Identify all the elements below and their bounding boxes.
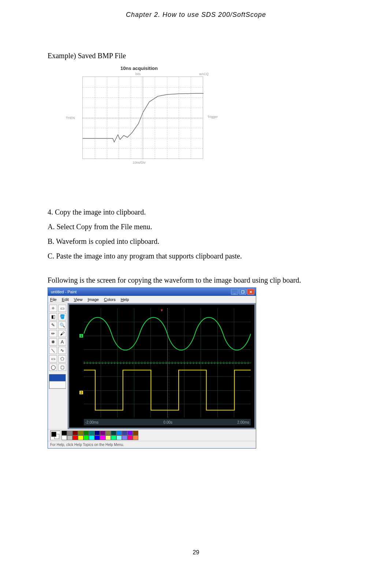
- tool-spray-icon[interactable]: ❅: [49, 338, 57, 346]
- color-swatch[interactable]: [67, 435, 72, 440]
- bmp-right-label: Trigger: [208, 115, 218, 119]
- tool-line-icon[interactable]: ＼: [49, 347, 57, 354]
- fg-bg-indicator[interactable]: [50, 431, 60, 440]
- color-swatch[interactable]: [100, 431, 105, 435]
- tool-zoom-icon[interactable]: 🔍: [58, 321, 66, 329]
- bmp-sub-left: bits: [135, 72, 141, 76]
- example-caption: Example) Saved BMP File: [48, 52, 344, 60]
- color-swatch[interactable]: [89, 435, 94, 440]
- tool-options[interactable]: [49, 374, 66, 389]
- color-swatch[interactable]: [78, 431, 83, 435]
- color-palette: [61, 431, 138, 440]
- tool-picker-icon[interactable]: ✎: [49, 321, 57, 329]
- step-b: B. Waveform is copied into clipboard.: [48, 234, 344, 249]
- bmp-left-label: THEN: [66, 116, 75, 120]
- minimize-button[interactable]: _: [231, 289, 238, 295]
- titlebar[interactable]: untitled - Paint _ ❐ ✕: [48, 288, 256, 296]
- tool-rect-icon[interactable]: ▭: [49, 355, 57, 362]
- bmp-title: 10ns acquisition: [62, 66, 216, 71]
- color-swatch[interactable]: [61, 435, 67, 440]
- tool-polygon-icon[interactable]: ⬠: [58, 355, 66, 362]
- paint-window: untitled - Paint _ ❐ ✕ File Edit View Im…: [48, 287, 256, 449]
- fg-color-icon: [51, 432, 56, 437]
- toolbox: ✧ ▭ ◧ 🪣 ✎ 🔍 ✏ 🖌 ❅ A ＼ ∿ ▭ ⬠ ◯ ▢: [48, 303, 68, 429]
- bmp-sub-right: wACQ: [199, 72, 209, 76]
- paint-body: ✧ ▭ ◧ 🪣 ✎ 🔍 ✏ 🖌 ❅ A ＼ ∿ ▭ ⬠ ◯ ▢: [48, 303, 256, 429]
- color-swatch[interactable]: [100, 435, 105, 440]
- page-number: 29: [0, 549, 392, 556]
- step-a: A. Select Copy from the File menu.: [48, 219, 344, 234]
- color-palette-row: [48, 429, 256, 441]
- follow-text: Following is the screen for copying the …: [48, 276, 344, 284]
- tool-select-icon[interactable]: ▭: [58, 305, 66, 312]
- color-swatch[interactable]: [116, 431, 122, 435]
- step-4: 4. Copy the image into clipboard.: [48, 205, 344, 219]
- bmp-bottom-label: 10ns/Div: [62, 161, 216, 164]
- ch1-marker: 1: [79, 334, 83, 338]
- time-center: 0.00s: [163, 420, 172, 424]
- canvas-area[interactable]: ▼ 1 2: [68, 303, 256, 429]
- menu-help[interactable]: Help: [121, 297, 129, 302]
- bmp-trace: [83, 77, 204, 159]
- color-swatch[interactable]: [83, 435, 89, 440]
- color-swatch[interactable]: [105, 435, 111, 440]
- menu-image[interactable]: Image: [87, 297, 99, 302]
- color-swatch[interactable]: [133, 431, 138, 435]
- bmp-figure: 10ns acquisition bits wACQ THEN Trigger …: [62, 66, 216, 172]
- close-button[interactable]: ✕: [247, 289, 254, 295]
- color-swatch[interactable]: [111, 435, 116, 440]
- ch2-marker: 2: [79, 391, 83, 394]
- tool-roundrect-icon[interactable]: ▢: [58, 364, 66, 371]
- maximize-button[interactable]: ❐: [239, 289, 246, 295]
- color-swatch[interactable]: [72, 435, 78, 440]
- step-c: C. Paste the image into any program that…: [48, 249, 344, 263]
- color-swatch[interactable]: [127, 435, 133, 440]
- color-swatch[interactable]: [83, 431, 89, 435]
- chapter-header: Chapter 2. How to use SDS 200/SoftScope: [48, 11, 344, 19]
- color-swatch[interactable]: [94, 435, 100, 440]
- instruction-block: 4. Copy the image into clipboard. A. Sel…: [48, 205, 344, 263]
- window-title: untitled - Paint: [49, 290, 230, 294]
- menu-colors[interactable]: Colors: [104, 297, 116, 302]
- color-swatch[interactable]: [78, 435, 83, 440]
- color-swatch[interactable]: [72, 431, 78, 435]
- menu-file[interactable]: File: [50, 297, 57, 302]
- tool-freeform-select-icon[interactable]: ✧: [49, 305, 57, 312]
- tool-text-icon[interactable]: A: [58, 338, 66, 346]
- time-right: 2.00ms: [237, 420, 249, 424]
- tool-curve-icon[interactable]: ∿: [58, 347, 66, 354]
- tool-fill-icon[interactable]: 🪣: [58, 313, 66, 320]
- menubar: File Edit View Image Colors Help: [48, 296, 256, 303]
- tool-pencil-icon[interactable]: ✏: [49, 330, 57, 337]
- scope-time-labels: -2.00ms 0.00s 2.00ms: [84, 419, 251, 425]
- tool-brush-icon[interactable]: 🖌: [58, 330, 66, 337]
- color-swatch[interactable]: [89, 431, 94, 435]
- color-swatch[interactable]: [116, 435, 122, 440]
- status-text: For Help, click Help Topics on the Help …: [50, 443, 124, 447]
- menu-view[interactable]: View: [74, 297, 83, 302]
- color-swatch[interactable]: [122, 431, 127, 435]
- color-swatch[interactable]: [127, 431, 133, 435]
- time-left: -2.00ms: [85, 420, 98, 424]
- scope-grid: [84, 308, 251, 417]
- menu-edit[interactable]: Edit: [62, 297, 69, 302]
- color-swatch[interactable]: [67, 431, 72, 435]
- bmp-grid: [82, 77, 203, 159]
- statusbar: For Help, click Help Topics on the Help …: [48, 441, 256, 448]
- canvas: ▼ 1 2: [69, 305, 254, 428]
- color-swatch[interactable]: [122, 435, 127, 440]
- tool-eraser-icon[interactable]: ◧: [49, 313, 57, 320]
- color-swatch[interactable]: [94, 431, 100, 435]
- tool-ellipse-icon[interactable]: ◯: [49, 364, 57, 371]
- color-swatch[interactable]: [61, 431, 67, 435]
- color-swatch[interactable]: [111, 431, 116, 435]
- color-swatch[interactable]: [133, 435, 138, 440]
- color-swatch[interactable]: [105, 431, 111, 435]
